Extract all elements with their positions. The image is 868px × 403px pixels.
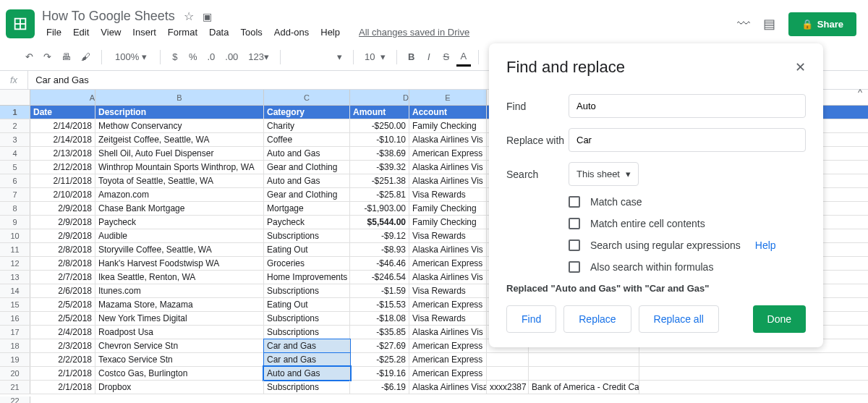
cell-category[interactable]: Auto and Gas: [264, 174, 350, 187]
share-button[interactable]: 🔒 Share: [788, 12, 856, 36]
cell-account[interactable]: American Express: [409, 353, 487, 366]
cell-account[interactable]: Visa Rewards: [409, 312, 487, 325]
cell-desc[interactable]: Chase Bank Mortgage: [95, 202, 264, 215]
row-header[interactable]: 7: [0, 188, 30, 201]
cell-account[interactable]: Alaska Airlines Vis: [409, 243, 487, 256]
cell-amount[interactable]: -$6.19: [350, 381, 409, 394]
cell-desc[interactable]: Winthrop Mountain Sports Winthrop, WA: [95, 161, 264, 174]
cell-category[interactable]: Groceries: [264, 257, 350, 270]
cell-amount[interactable]: -$25.81: [350, 188, 409, 201]
font-select[interactable]: ▾: [288, 48, 346, 65]
cell-amount[interactable]: -$1.59: [350, 284, 409, 297]
cell-amount[interactable]: -$15.53: [350, 298, 409, 311]
cell-desc[interactable]: Storyville Coffee, Seattle, WA: [95, 243, 264, 256]
percent-icon[interactable]: %: [185, 48, 201, 65]
cell-category[interactable]: Auto and Gas: [264, 367, 350, 380]
cell[interactable]: [487, 367, 529, 380]
cell-amount[interactable]: -$251.38: [350, 174, 409, 187]
row-header[interactable]: 5: [0, 161, 30, 174]
cell-amount[interactable]: -$1,903.00: [350, 202, 409, 215]
comments-icon[interactable]: ▤: [763, 16, 775, 32]
row-header[interactable]: 16: [0, 312, 30, 325]
row-header[interactable]: 22: [0, 396, 30, 403]
cell-category[interactable]: Paycheck: [264, 216, 350, 229]
explore-icon[interactable]: 〰: [737, 17, 750, 32]
cell-category[interactable]: Coffee: [264, 133, 350, 146]
row-header[interactable]: 1: [0, 106, 30, 119]
italic-icon[interactable]: I: [422, 48, 436, 65]
cell-desc[interactable]: Costco Gas, Burlington: [95, 367, 264, 380]
currency-icon[interactable]: $: [168, 48, 182, 65]
cell-date[interactable]: 2/9/2018: [30, 229, 95, 242]
cell-desc[interactable]: Ikea Seattle, Renton, WA: [95, 271, 264, 284]
row-header[interactable]: 4: [0, 147, 30, 160]
cell-date[interactable]: 2/5/2018: [30, 298, 95, 311]
cell-category[interactable]: Car and Gas: [264, 339, 350, 352]
close-icon[interactable]: ✕: [795, 59, 806, 75]
cell-date[interactable]: 2/7/2018: [30, 271, 95, 284]
cell-desc[interactable]: Texaco Service Stn: [95, 353, 264, 366]
cell-date[interactable]: 2/2/2018: [30, 353, 95, 366]
chevron-up-icon[interactable]: ^: [858, 87, 862, 98]
row-header[interactable]: 20: [0, 367, 30, 380]
cell-amount[interactable]: -$35.85: [350, 326, 409, 339]
cell-desc[interactable]: Roadpost Usa: [95, 326, 264, 339]
dec-decrease-icon[interactable]: .0: [203, 48, 218, 65]
cell-category[interactable]: Eating Out: [264, 243, 350, 256]
cell-amount[interactable]: -$9.12: [350, 229, 409, 242]
formula-input[interactable]: Car and Gas: [28, 75, 96, 85]
cell-desc[interactable]: Amazon.com: [95, 188, 264, 201]
more-formats[interactable]: 123▾: [244, 48, 273, 65]
print-icon[interactable]: 🖶: [58, 48, 75, 65]
cell-desc[interactable]: Hank's Harvest Foodstwisp WA: [95, 257, 264, 270]
col-header-c[interactable]: C: [264, 90, 350, 105]
paint-format-icon[interactable]: 🖌: [77, 48, 94, 65]
cell-desc[interactable]: Toyota of Seattle, Seattle, WA: [95, 174, 264, 187]
row-header[interactable]: 14: [0, 284, 30, 297]
cell-account[interactable]: American Express: [409, 298, 487, 311]
cell-account[interactable]: Visa Rewards: [409, 229, 487, 242]
cell-date[interactable]: 2/5/2018: [30, 312, 95, 325]
cell-desc[interactable]: Dropbox: [95, 381, 264, 394]
cell-desc[interactable]: Shell Oil, Auto Fuel Dispenser: [95, 147, 264, 160]
header-date[interactable]: Date: [30, 106, 95, 119]
cell-category[interactable]: Auto and Gas: [264, 147, 350, 160]
menu-insert[interactable]: Insert: [128, 25, 161, 39]
cell-account[interactable]: Alaska Airlines Vis: [409, 174, 487, 187]
cell-account[interactable]: American Express: [409, 147, 487, 160]
save-status[interactable]: All changes saved in Drive: [354, 25, 474, 39]
header-cat[interactable]: Category: [264, 106, 350, 119]
regex-help-link[interactable]: Help: [755, 239, 776, 251]
match-case-checkbox[interactable]: [569, 196, 580, 208]
cell-date[interactable]: 2/6/2018: [30, 284, 95, 297]
sheets-logo-icon[interactable]: [6, 9, 35, 38]
cell-date[interactable]: 2/4/2018: [30, 326, 95, 339]
search-scope-select[interactable]: This sheet ▾: [569, 162, 639, 186]
cell-amount[interactable]: -$246.54: [350, 271, 409, 284]
undo-icon[interactable]: ↶: [22, 48, 37, 65]
cell-date[interactable]: 2/14/2018: [30, 133, 95, 146]
cell-date[interactable]: 2/9/2018: [30, 202, 95, 215]
row-header[interactable]: 17: [0, 326, 30, 339]
cell-category[interactable]: Gear and Clothing: [264, 161, 350, 174]
header-amt[interactable]: Amount: [350, 106, 409, 119]
document-title[interactable]: How To Google Sheets: [42, 9, 175, 24]
cell-account[interactable]: American Express: [409, 339, 487, 352]
cell-date[interactable]: 2/8/2018: [30, 243, 95, 256]
menu-addons[interactable]: Add-ons: [270, 25, 313, 39]
header-acct[interactable]: Account: [409, 106, 487, 119]
menu-file[interactable]: File: [42, 25, 66, 39]
cell-category[interactable]: Eating Out: [264, 298, 350, 311]
cell-date[interactable]: 2/13/2018: [30, 147, 95, 160]
cell-date[interactable]: 2/12/2018: [30, 161, 95, 174]
find-input[interactable]: [569, 94, 806, 118]
cell-date[interactable]: 2/1/2018: [30, 381, 95, 394]
cell-desc[interactable]: Itunes.com: [95, 284, 264, 297]
row-header[interactable]: 6: [0, 174, 30, 187]
cell-desc[interactable]: New York Times Digital: [95, 312, 264, 325]
menu-edit[interactable]: Edit: [69, 25, 93, 39]
cell-category[interactable]: Subscriptions: [264, 326, 350, 339]
star-icon[interactable]: ☆: [184, 9, 194, 23]
strike-icon[interactable]: S: [439, 48, 454, 65]
find-button[interactable]: Find: [506, 305, 556, 333]
